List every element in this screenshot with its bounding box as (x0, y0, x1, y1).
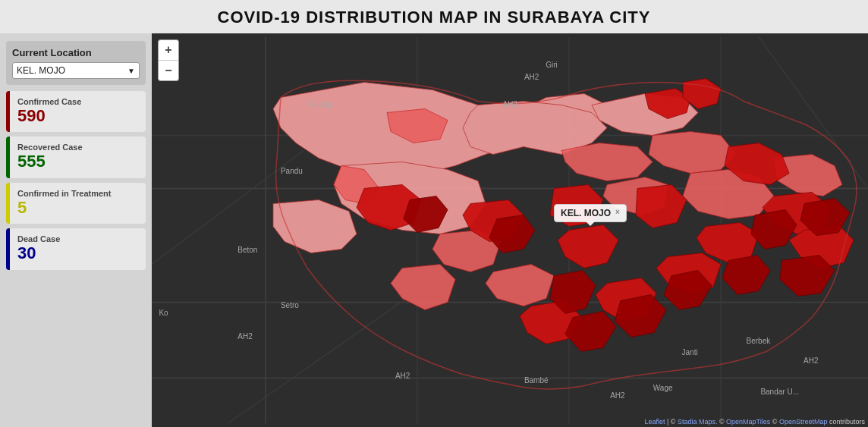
zoom-controls: + − (158, 39, 179, 81)
tooltip-text: KEL. MOJO (561, 208, 611, 218)
location-select[interactable]: KEL. MOJO ▼ (12, 62, 140, 79)
treatment-value: 5 (17, 198, 138, 218)
location-section: Current Location KEL. MOJO ▼ (6, 41, 146, 85)
location-value: KEL. MOJO (17, 65, 65, 76)
recovered-value: 555 (17, 152, 138, 171)
stat-card-recovered: Recovered Case 555 (6, 137, 146, 177)
leaflet-link[interactable]: Leaflet (644, 418, 665, 425)
page-title: COVID-19 DISTRIBUTION MAP IN SURABAYA CI… (0, 0, 868, 33)
map-attribution: Leaflet | © Stadia Maps. © OpenMapTiles … (644, 418, 865, 425)
sidebar: Current Location KEL. MOJO ▼ Confirmed C… (0, 33, 152, 427)
stat-card-treatment: Confirmed in Treatment 5 (6, 183, 146, 224)
treatment-label: Confirmed in Treatment (17, 189, 138, 198)
tooltip-close-button[interactable]: × (615, 208, 620, 216)
stadia-link[interactable]: Stadia Maps. (678, 418, 718, 425)
stat-card-confirmed: Confirmed Case 590 (6, 91, 146, 132)
location-label: Current Location (12, 47, 140, 58)
dead-label: Dead Case (17, 234, 138, 243)
chevron-down-icon: ▼ (127, 67, 135, 75)
openstreetmap-link[interactable]: OpenStreetMap (779, 418, 828, 425)
recovered-label: Recovered Case (17, 143, 138, 152)
openmaptiles-link[interactable]: OpenMapTiles (726, 418, 770, 425)
stat-card-dead: Dead Case 30 (6, 228, 146, 269)
dead-value: 30 (17, 243, 138, 263)
confirmed-value: 590 (17, 106, 138, 126)
map-container[interactable]: + − Giri AH2 AH2 Padeg Pandu Beton Setro… (152, 33, 868, 427)
zoom-in-button[interactable]: + (159, 40, 178, 60)
zoom-out-button[interactable]: − (159, 61, 178, 80)
map-tooltip: KEL. MOJO × (554, 204, 627, 222)
confirmed-label: Confirmed Case (17, 97, 138, 106)
